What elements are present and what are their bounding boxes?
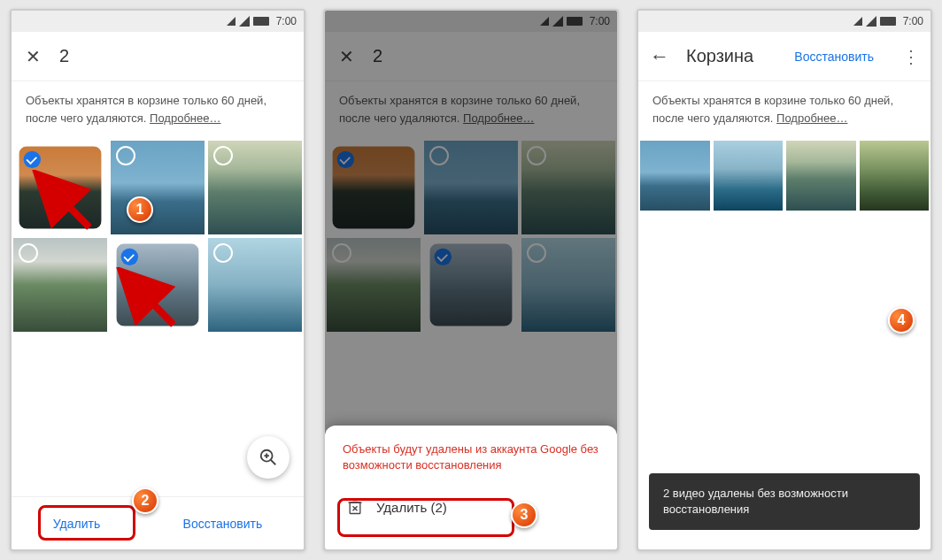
checkmark-icon[interactable] xyxy=(337,151,354,168)
retention-banner: Объекты хранятся в корзине только 60 дне… xyxy=(12,81,304,141)
photo-thumbnail[interactable] xyxy=(521,238,615,332)
delete-warning: Объекты будут удалены из аккаунта Google… xyxy=(343,441,599,473)
select-circle-icon[interactable] xyxy=(527,243,546,263)
status-bar: 7:00 xyxy=(12,11,304,32)
photo-grid xyxy=(638,141,930,211)
thumbnail-image xyxy=(640,141,710,211)
photo-thumbnail[interactable] xyxy=(208,238,302,332)
photo-thumbnail[interactable] xyxy=(13,238,107,332)
phone-screen-1: 7:00 ✕ 2 Объекты хранятся в корзине толь… xyxy=(10,9,305,551)
cell-icon xyxy=(239,16,250,27)
photo-grid xyxy=(12,141,304,332)
photo-thumbnail[interactable] xyxy=(424,141,518,234)
zoom-fab[interactable] xyxy=(247,436,290,479)
status-time: 7:00 xyxy=(276,15,297,27)
select-circle-icon[interactable] xyxy=(332,243,351,263)
close-icon[interactable]: ✕ xyxy=(336,46,357,67)
photo-thumbnail[interactable] xyxy=(19,146,101,228)
selection-count: 2 xyxy=(373,46,606,66)
retention-text: Объекты хранятся в корзине только 60 дне… xyxy=(652,94,893,125)
selection-header: ✕ 2 xyxy=(325,32,617,81)
photo-thumbnail[interactable] xyxy=(429,243,512,326)
cell-icon xyxy=(552,16,563,27)
learn-more-link[interactable]: Подробнее… xyxy=(463,111,534,125)
status-time: 7:00 xyxy=(903,15,923,27)
wifi-icon xyxy=(853,17,862,26)
battery-icon xyxy=(880,17,896,26)
photo-thumbnail[interactable] xyxy=(111,141,205,234)
photo-grid xyxy=(325,141,617,332)
restore-action[interactable]: Восстановить xyxy=(794,50,874,64)
selection-count: 2 xyxy=(59,46,293,66)
restore-button[interactable]: Восстановить xyxy=(183,517,263,531)
photo-thumbnail[interactable] xyxy=(208,141,302,234)
more-icon[interactable]: ⋮ xyxy=(902,46,920,67)
phone-screen-2: 7:00 ✕ 2 Объекты хранятся в корзине толь… xyxy=(323,9,619,551)
trash-x-icon xyxy=(346,498,364,516)
snackbar: 2 видео удалены без возможности восстано… xyxy=(649,473,920,530)
checkmark-icon[interactable] xyxy=(24,151,41,168)
photo-thumbnail[interactable] xyxy=(116,243,198,326)
photo-thumbnail[interactable] xyxy=(640,141,710,211)
status-bar: 7:00 xyxy=(325,11,617,32)
thumbnail-image xyxy=(860,141,930,211)
photo-thumbnail[interactable] xyxy=(327,238,421,332)
retention-banner: Объекты хранятся в корзине только 60 дне… xyxy=(638,81,930,141)
phone-screen-3: 7:00 ← Корзина Восстановить ⋮ Объекты хр… xyxy=(637,9,932,551)
battery-icon xyxy=(253,17,269,26)
wifi-icon xyxy=(227,17,236,26)
thumbnail-image xyxy=(714,141,784,211)
wifi-icon xyxy=(540,17,549,26)
select-circle-icon[interactable] xyxy=(429,146,449,165)
learn-more-link[interactable]: Подробнее… xyxy=(150,111,220,125)
thumbnail-image xyxy=(786,141,856,211)
cell-icon xyxy=(866,16,876,27)
checkmark-icon[interactable] xyxy=(121,249,138,265)
delete-button[interactable]: Удалить xyxy=(53,517,100,531)
retention-banner: Объекты хранятся в корзине только 60 дне… xyxy=(325,81,617,141)
selection-header: ✕ 2 xyxy=(12,32,304,81)
trash-header: ← Корзина Восстановить ⋮ xyxy=(638,32,930,81)
select-circle-icon[interactable] xyxy=(213,146,233,165)
learn-more-link[interactable]: Подробнее… xyxy=(776,111,847,125)
step-badge-4: 4 xyxy=(888,307,915,334)
battery-icon xyxy=(567,17,583,26)
photo-thumbnail[interactable] xyxy=(860,141,930,211)
photo-thumbnail[interactable] xyxy=(332,146,414,228)
photo-thumbnail[interactable] xyxy=(786,141,856,211)
back-icon[interactable]: ← xyxy=(649,45,670,68)
svg-line-1 xyxy=(271,460,276,465)
confirm-delete-sheet: Объекты будут удалены из аккаунта Google… xyxy=(325,426,617,549)
retention-text: Объекты хранятся в корзине только 60 дне… xyxy=(339,94,580,125)
status-bar: 7:00 xyxy=(638,11,930,32)
select-circle-icon[interactable] xyxy=(19,243,38,263)
close-icon[interactable]: ✕ xyxy=(22,46,43,67)
page-title: Корзина xyxy=(686,46,778,66)
photo-thumbnail[interactable] xyxy=(714,141,784,211)
retention-text: Объекты хранятся в корзине только 60 дне… xyxy=(26,94,266,125)
select-circle-icon[interactable] xyxy=(116,146,135,165)
checkmark-icon[interactable] xyxy=(435,249,452,265)
select-circle-icon[interactable] xyxy=(527,146,546,165)
confirm-delete-button[interactable]: Удалить (2) xyxy=(343,487,599,526)
select-circle-icon[interactable] xyxy=(213,243,233,263)
confirm-delete-label: Удалить (2) xyxy=(376,500,447,515)
magnify-plus-icon xyxy=(259,448,278,467)
photo-thumbnail[interactable] xyxy=(521,141,615,234)
selection-footer: Удалить Восстановить xyxy=(12,496,304,549)
snackbar-text: 2 видео удалены без возможности восстано… xyxy=(663,487,848,516)
status-time: 7:00 xyxy=(590,15,610,27)
